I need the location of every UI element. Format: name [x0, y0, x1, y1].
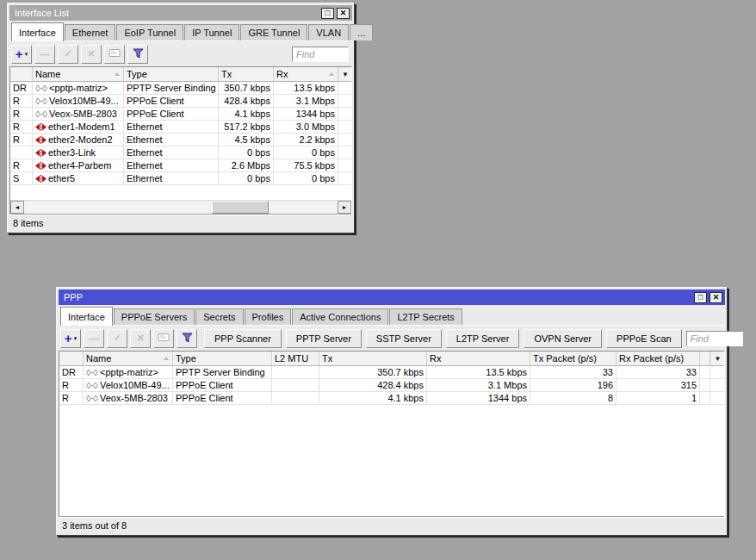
button-ovpn-server[interactable]: OVPN Server: [524, 329, 602, 348]
column-type[interactable]: Type: [124, 67, 219, 82]
ppp-action-buttons: PPP ScannerPPTP ServerSSTP ServerL2TP Se…: [204, 329, 686, 348]
button-l2tp-server[interactable]: L2TP Server: [446, 329, 520, 348]
chevron-down-icon: ▾: [74, 335, 77, 342]
check-icon: ✓: [64, 48, 71, 59]
disable-button[interactable]: ✕: [81, 45, 102, 64]
ppp-interface-icon: [35, 97, 47, 105]
column-tx[interactable]: Tx: [319, 352, 427, 366]
table-row[interactable]: DR <pptp-matriz> PPTP Server Binding 350…: [59, 366, 724, 379]
sort-icon: [329, 72, 334, 76]
comment-icon: [158, 333, 170, 344]
table-row[interactable]: R Veox-5MB-2803 PPPoE Client 4.1 kbps 13…: [59, 392, 724, 405]
column-rx[interactable]: Rx: [427, 352, 530, 366]
table-header: Name Type Tx Rx ▼: [10, 67, 351, 82]
find-input[interactable]: [292, 47, 349, 62]
table-row[interactable]: R ether1-Modem1 Ethernet 517.2 kbps 3.0 …: [10, 121, 351, 134]
table-row[interactable]: ether3-Link Ethernet 0 bps 0 bps: [10, 146, 351, 159]
window-title: Interface List: [15, 8, 319, 18]
table-row[interactable]: R ether4-Parbem Ethernet 2.6 Mbps 75.5 k…: [10, 159, 351, 172]
interface-list-titlebar[interactable]: Interface List □ ✕: [9, 5, 352, 21]
table-row[interactable]: R ether2-Moden2 Ethernet 4.5 kbps 2.2 kb…: [10, 134, 351, 146]
disable-button[interactable]: ✕: [130, 329, 151, 348]
ethernet-interface-icon: [35, 136, 46, 144]
sort-icon: [115, 72, 120, 76]
tab-secrets[interactable]: Secrets: [195, 308, 243, 325]
column-flags[interactable]: [59, 352, 84, 366]
tab-ethernet[interactable]: Ethernet: [65, 24, 116, 40]
tab-item[interactable]: ...: [350, 24, 373, 40]
tab-interface[interactable]: Interface: [60, 307, 113, 326]
table-row[interactable]: R Veox-5MB-2803 PPPoE Client 4.1 kbps 13…: [10, 108, 351, 121]
ppp-toolbar: + ▾ — ✓ ✕ P: [59, 326, 725, 351]
filter-button[interactable]: [177, 329, 197, 348]
interface-rows: DR <pptp-matriz> PPTP Server Binding 350…: [10, 82, 351, 200]
column-rx[interactable]: Rx: [274, 67, 338, 82]
tab-vlan[interactable]: VLAN: [308, 24, 349, 40]
add-button[interactable]: + ▾: [11, 45, 32, 64]
remove-button[interactable]: —: [84, 329, 104, 348]
enable-button[interactable]: ✓: [107, 329, 127, 348]
tab-profiles[interactable]: Profiles: [245, 308, 292, 325]
cross-icon: ✕: [87, 48, 95, 59]
table-row[interactable]: R Velox10MB-49... PPPoE Client 428.4 kbp…: [10, 95, 351, 108]
button-pppoe-scan[interactable]: PPPoE Scan: [606, 329, 682, 348]
check-icon: ✓: [113, 333, 121, 344]
column-tx-packet[interactable]: Tx Packet (p/s): [530, 352, 617, 366]
column-menu-button[interactable]: ▼: [710, 352, 724, 366]
button-sstp-server[interactable]: SSTP Server: [366, 329, 442, 348]
scrollbar-track[interactable]: [24, 201, 338, 214]
ppp-window: PPP □ ✕ InterfacePPPoE ServersSecretsPro…: [56, 287, 728, 536]
interface-table: Name Type Tx Rx ▼ DR <pptp-matriz> PPTP …: [9, 66, 352, 215]
close-icon[interactable]: ✕: [337, 8, 350, 19]
table-row[interactable]: DR <pptp-matriz> PPTP Server Binding 350…: [10, 82, 351, 95]
comment-button[interactable]: [153, 329, 174, 348]
table-row[interactable]: R Velox10MB-49... PPPoE Client 428.4 kbp…: [59, 379, 724, 392]
scroll-left-icon[interactable]: ◄: [10, 201, 24, 214]
tab-gre-tunnel[interactable]: GRE Tunnel: [240, 24, 307, 40]
ethernet-interface-icon: [35, 149, 46, 157]
filter-button[interactable]: [127, 45, 148, 64]
button-pptp-server[interactable]: PPTP Server: [286, 329, 362, 348]
remove-button[interactable]: —: [34, 45, 55, 64]
enable-button[interactable]: ✓: [58, 45, 78, 64]
chevron-down-icon: ▼: [715, 355, 722, 363]
status-bar: 8 items: [9, 215, 352, 231]
tab-ip-tunnel[interactable]: IP Tunnel: [184, 24, 239, 40]
horizontal-scrollbar: ◄ ►: [10, 200, 351, 214]
maximize-icon[interactable]: □: [694, 292, 707, 303]
ppp-tabs: InterfacePPPoE ServersSecretsProfilesAct…: [59, 306, 725, 326]
button-ppp-scanner[interactable]: PPP Scanner: [204, 329, 282, 348]
add-button[interactable]: + ▾: [60, 329, 81, 348]
ethernet-interface-icon: [35, 175, 46, 183]
chevron-down-icon: ▼: [342, 71, 349, 78]
ethernet-interface-icon: [35, 123, 46, 131]
remove-icon: —: [40, 49, 50, 59]
column-rx-packet[interactable]: Rx Packet (p/s): [617, 352, 700, 366]
add-icon: +: [15, 47, 23, 60]
column-name[interactable]: Name: [33, 67, 124, 82]
ppp-interface-icon: [86, 369, 98, 376]
window-title: PPP: [64, 292, 691, 302]
close-icon[interactable]: ✕: [710, 292, 722, 303]
interface-list-window: Interface List □ ✕ InterfaceEthernetEoIP…: [7, 3, 355, 233]
scroll-right-icon[interactable]: ►: [338, 201, 351, 214]
column-l2mtu[interactable]: L2 MTU: [272, 352, 319, 366]
tab-interface[interactable]: Interface: [11, 22, 64, 41]
column-tx[interactable]: Tx: [219, 67, 274, 82]
tab-l2tp-secrets[interactable]: L2TP Secrets: [389, 308, 462, 325]
maximize-icon[interactable]: □: [321, 8, 334, 19]
column-name[interactable]: Name: [84, 352, 173, 366]
table-header: Name Type L2 MTU Tx Rx Tx Packet (p/s) R…: [59, 352, 724, 366]
column-flags[interactable]: [10, 67, 33, 82]
column-type[interactable]: Type: [173, 352, 272, 366]
table-row[interactable]: S ether5 Ethernet 0 bps 0 bps: [10, 172, 351, 185]
tab-eoip-tunnel[interactable]: EoIP Tunnel: [116, 24, 183, 40]
column-menu-button[interactable]: ▼: [338, 67, 351, 82]
sort-icon: [164, 357, 169, 360]
tab-active-connections[interactable]: Active Connections: [292, 308, 388, 325]
find-input[interactable]: [686, 331, 743, 346]
tab-pppoe-servers[interactable]: PPPoE Servers: [114, 308, 195, 325]
ppp-titlebar[interactable]: PPP □ ✕: [59, 289, 725, 305]
scrollbar-thumb[interactable]: [212, 201, 269, 214]
comment-button[interactable]: [104, 45, 125, 64]
